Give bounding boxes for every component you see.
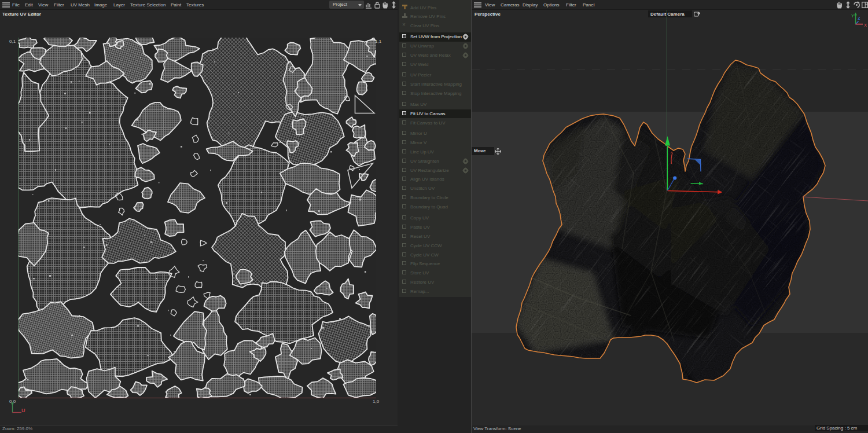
svg-text:Y: Y [851, 14, 854, 18]
svg-text:X: X [865, 23, 867, 27]
svg-text:Z: Z [858, 16, 860, 20]
